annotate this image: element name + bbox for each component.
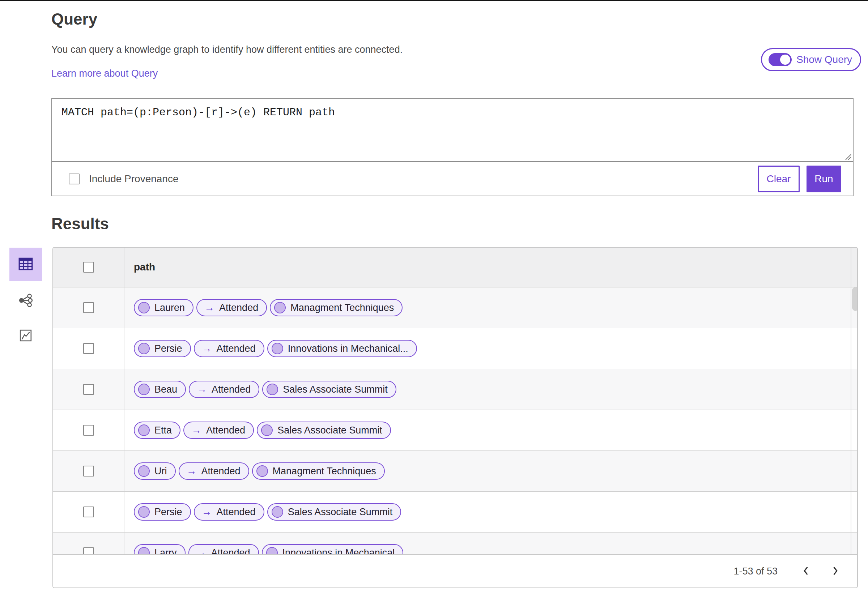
row-checkbox[interactable] [83, 343, 94, 354]
entity-chip[interactable]: Beau [134, 381, 186, 398]
arrow-right-icon: → [191, 425, 201, 435]
pagination-range-label: 1-53 of 53 [734, 566, 778, 577]
arrow-right-icon: → [197, 384, 207, 394]
path-column-label: path [134, 261, 155, 273]
entity-chip[interactable]: Managment Techniques [252, 463, 385, 480]
node-icon [261, 424, 273, 436]
resize-handle-icon[interactable] [844, 153, 851, 160]
results-table-panel: path Lauren →Attended Managment Techniqu… [52, 247, 858, 588]
learn-more-link[interactable]: Learn more about Query [52, 68, 158, 79]
row-checkbox[interactable] [83, 425, 94, 436]
show-query-toggle[interactable]: Show Query [761, 48, 861, 71]
relation-chip[interactable]: →Attended [194, 340, 264, 357]
relation-chip[interactable]: →Attended [183, 422, 254, 439]
table-row: Lauren →Attended Managment Techniques [53, 287, 857, 328]
toggle-knob [780, 55, 790, 65]
chevron-left-icon [803, 566, 809, 577]
table-view-button[interactable] [9, 248, 42, 281]
arrow-right-icon: → [196, 548, 207, 554]
node-icon [138, 465, 150, 477]
table-header-row: path [53, 248, 857, 287]
relation-chip[interactable]: →Attended [194, 503, 264, 520]
entity-chip[interactable]: Persie [134, 503, 191, 520]
table-row: Larry →Attended Innovations in Mechanica… [53, 532, 857, 554]
relation-chip[interactable]: →Attended [189, 544, 259, 554]
path-column-header: path [124, 248, 857, 287]
arrow-right-icon: → [202, 507, 212, 517]
entity-chip[interactable]: Sales Associate Summit [262, 381, 396, 398]
row-checkbox[interactable] [83, 466, 94, 476]
entity-chip[interactable]: Persie [134, 340, 191, 357]
query-panel: MATCH path=(p:Person)-[r]->(e) RETURN pa… [52, 98, 853, 196]
table-icon [18, 257, 33, 271]
query-section-title: Query [52, 10, 97, 28]
graph-view-button[interactable] [18, 293, 34, 309]
table-row: Persie →Attended Innovations in Mechanic… [53, 328, 857, 369]
row-checkbox[interactable] [83, 302, 94, 313]
toggle-on-icon[interactable] [769, 53, 792, 66]
node-icon [138, 383, 150, 395]
entity-chip[interactable]: Etta [134, 422, 180, 439]
line-chart-icon [19, 329, 32, 343]
entity-chip[interactable]: Sales Associate Summit [257, 422, 391, 439]
show-query-label: Show Query [796, 54, 852, 65]
query-description: You can query a knowledge graph to ident… [52, 44, 403, 55]
entity-chip[interactable]: Lauren [134, 299, 193, 316]
chevron-right-icon [833, 566, 838, 577]
clear-button[interactable]: Clear [758, 166, 800, 192]
results-view-rail [9, 248, 42, 344]
arrow-right-icon: → [187, 466, 197, 476]
table-row: Beau →Attended Sales Associate Summit [53, 369, 857, 410]
node-icon [272, 506, 283, 518]
node-icon [138, 343, 150, 354]
relation-chip[interactable]: →Attended [196, 299, 267, 316]
run-button[interactable]: Run [806, 166, 841, 192]
arrow-right-icon: → [204, 303, 214, 313]
node-icon [138, 506, 150, 518]
previous-page-button[interactable] [799, 564, 813, 578]
select-all-checkbox[interactable] [83, 262, 94, 273]
table-row: Etta →Attended Sales Associate Summit [53, 410, 857, 451]
row-checkbox[interactable] [83, 384, 94, 395]
select-all-cell [53, 248, 124, 287]
entity-chip[interactable]: Innovations in Mechanical [262, 544, 404, 554]
node-icon [274, 302, 286, 314]
arrow-right-icon: → [202, 343, 212, 354]
row-checkbox[interactable] [83, 547, 94, 554]
query-editor[interactable]: MATCH path=(p:Person)-[r]->(e) RETURN pa… [52, 99, 853, 162]
vertical-scrollbar-thumb[interactable] [852, 287, 858, 311]
node-icon [138, 547, 150, 554]
row-checkbox[interactable] [83, 507, 94, 517]
node-icon [257, 465, 268, 477]
window-top-edge [0, 0, 868, 1]
query-editor-text: MATCH path=(p:Person)-[r]->(e) RETURN pa… [62, 106, 335, 119]
entity-chip[interactable]: Larry [134, 544, 186, 554]
entity-chip[interactable]: Managment Techniques [270, 299, 403, 316]
table-row: Uri →Attended Managment Techniques [53, 451, 857, 492]
entity-chip[interactable]: Uri [134, 463, 176, 480]
results-section-title: Results [52, 215, 109, 233]
network-graph-icon [18, 293, 33, 309]
relation-chip[interactable]: →Attended [179, 463, 249, 480]
entity-chip[interactable]: Innovations in Mechanical... [267, 340, 417, 357]
node-icon [138, 302, 150, 314]
node-icon [266, 547, 278, 554]
relation-chip[interactable]: →Attended [189, 381, 259, 398]
chart-view-button[interactable] [18, 328, 34, 344]
next-page-button[interactable] [828, 564, 843, 578]
table-body: Lauren →Attended Managment Techniques Pe… [53, 287, 857, 554]
pagination-bar: 1-53 of 53 [53, 554, 857, 588]
include-provenance-label: Include Provenance [89, 173, 179, 185]
node-icon [272, 343, 283, 354]
include-provenance-checkbox[interactable] [69, 174, 80, 184]
query-footer: Include Provenance Clear Run [52, 162, 853, 196]
node-icon [267, 383, 278, 395]
node-icon [138, 424, 150, 436]
table-row: Persie →Attended Sales Associate Summit [53, 492, 857, 532]
entity-chip[interactable]: Sales Associate Summit [267, 503, 402, 520]
